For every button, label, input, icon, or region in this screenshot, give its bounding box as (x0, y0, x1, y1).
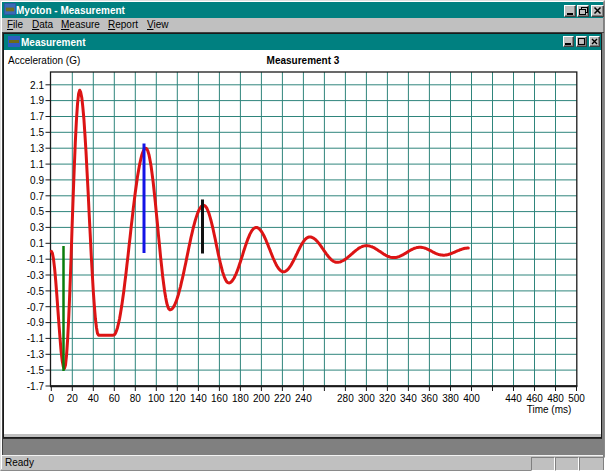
svg-text:-1.3: -1.3 (27, 349, 45, 360)
svg-text:1.3: 1.3 (30, 143, 44, 154)
svg-text:-1.1: -1.1 (27, 333, 45, 344)
svg-text:200: 200 (253, 393, 270, 404)
svg-text:60: 60 (109, 393, 121, 404)
svg-text:0: 0 (49, 393, 55, 404)
svg-text:220: 220 (274, 393, 291, 404)
svg-text:240: 240 (295, 393, 312, 404)
svg-text:340: 340 (400, 393, 417, 404)
svg-text:20: 20 (67, 393, 79, 404)
svg-text:-1.5: -1.5 (27, 365, 45, 376)
svg-text:Acceleration (G): Acceleration (G) (8, 55, 80, 66)
svg-text:100: 100 (148, 393, 165, 404)
svg-text:Time (ms): Time (ms) (527, 404, 572, 415)
svg-text:0.5: 0.5 (30, 206, 44, 217)
svg-text:1.1: 1.1 (30, 159, 44, 170)
svg-text:1.5: 1.5 (30, 127, 44, 138)
svg-text:440: 440 (505, 393, 522, 404)
svg-text:280: 280 (337, 393, 354, 404)
svg-text:180: 180 (232, 393, 249, 404)
svg-text:0.3: 0.3 (30, 222, 44, 233)
svg-text:80: 80 (130, 393, 142, 404)
svg-text:460: 460 (526, 393, 543, 404)
svg-text:400: 400 (463, 393, 480, 404)
svg-text:120: 120 (169, 393, 186, 404)
svg-text:140: 140 (190, 393, 207, 404)
svg-text:1.7: 1.7 (30, 111, 44, 122)
svg-text:320: 320 (379, 393, 396, 404)
svg-text:-0.3: -0.3 (27, 270, 45, 281)
svg-text:500: 500 (568, 393, 585, 404)
svg-text:-0.9: -0.9 (27, 317, 45, 328)
svg-text:-0.1: -0.1 (27, 254, 45, 265)
svg-text:1.9: 1.9 (30, 95, 44, 106)
svg-text:360: 360 (421, 393, 438, 404)
svg-text:0.9: 0.9 (30, 175, 44, 186)
svg-text:300: 300 (358, 393, 375, 404)
svg-text:40: 40 (88, 393, 100, 404)
svg-text:160: 160 (211, 393, 228, 404)
svg-text:0.7: 0.7 (30, 191, 44, 202)
svg-text:0.1: 0.1 (30, 238, 44, 249)
svg-text:-0.5: -0.5 (27, 286, 45, 297)
svg-text:Measurement 3: Measurement 3 (267, 55, 340, 66)
svg-text:-1.7: -1.7 (27, 381, 45, 392)
svg-text:2.1: 2.1 (30, 80, 44, 91)
svg-text:-0.7: -0.7 (27, 302, 45, 313)
svg-text:380: 380 (442, 393, 459, 404)
svg-text:480: 480 (547, 393, 564, 404)
